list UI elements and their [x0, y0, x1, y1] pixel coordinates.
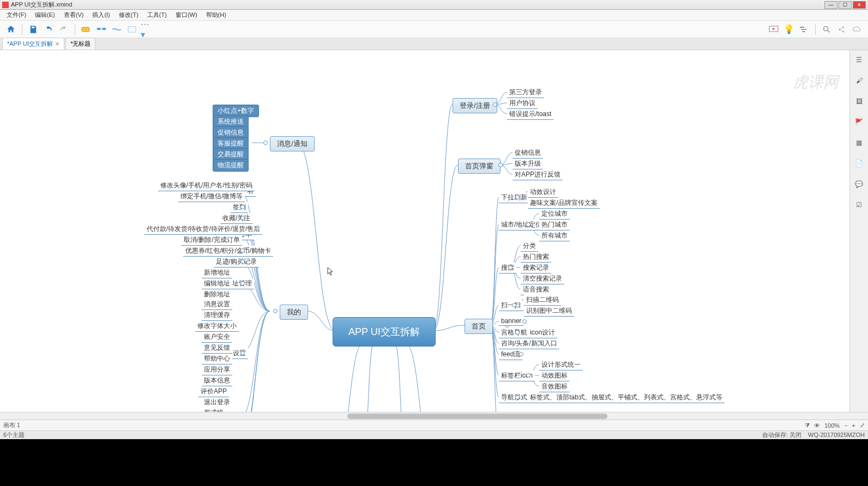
node-joint[interactable]: [240, 259, 245, 264]
mindmap-subnode[interactable]: 设置: [231, 348, 248, 359]
mindmap-leaf[interactable]: 搜索记录: [521, 263, 551, 274]
horizontal-scrollbar[interactable]: [0, 412, 868, 420]
mindmap-leaf[interactable]: 语音搜索: [521, 284, 551, 295]
present-button[interactable]: [767, 23, 780, 36]
share-button[interactable]: [835, 23, 848, 36]
gantt-button[interactable]: [798, 23, 811, 36]
menu-item[interactable]: 插入(I): [88, 11, 114, 19]
canvas[interactable]: APP UI交互拆解消息/通知小红点+数字系统推送促销信息客服提醒交易提醒物流提…: [0, 50, 849, 412]
zoom-level[interactable]: 100%: [824, 422, 840, 429]
node-joint[interactable]: [512, 303, 516, 307]
node-joint[interactable]: [537, 341, 541, 345]
mindmap-leaf[interactable]: 消息设置: [202, 299, 232, 310]
mindmap-subnode[interactable]: 导航形式: [499, 392, 529, 403]
mindmap-leaf[interactable]: 评价APP: [198, 386, 229, 397]
fit-button[interactable]: ⤢: [860, 422, 865, 429]
menu-item[interactable]: 编辑(E): [31, 11, 59, 19]
mindmap-leaf[interactable]: 版本升级: [513, 159, 543, 169]
mindmap-leaf[interactable]: 动效设计: [528, 187, 558, 198]
notes-icon[interactable]: 📄: [854, 158, 865, 169]
save-button[interactable]: [27, 23, 40, 36]
mindmap-leaf[interactable]: 趣味文案/品牌宣传文案: [528, 198, 599, 209]
node-joint[interactable]: [240, 205, 245, 209]
subtopic-button[interactable]: [95, 23, 108, 36]
document-tab[interactable]: *无标题: [65, 38, 95, 50]
mindmap-leaf[interactable]: 识别图中二维码: [524, 306, 574, 317]
node-joint[interactable]: [493, 102, 497, 107]
redo-button[interactable]: [57, 23, 70, 36]
node-joint[interactable]: [240, 248, 245, 253]
menu-item[interactable]: 修改(T): [114, 11, 143, 19]
mindmap-leaf[interactable]: 清空搜索记录: [521, 274, 564, 284]
mindmap-leaf[interactable]: icon设计: [528, 327, 557, 338]
filter-icon[interactable]: ⧩: [805, 422, 810, 429]
mindmap-subnode[interactable]: 收藏/关注: [220, 213, 252, 224]
mindmap-leaf[interactable]: 账户安全: [202, 332, 232, 343]
undo-button[interactable]: [42, 23, 55, 36]
mindmap-leaf[interactable]: 形式统一: [202, 408, 232, 412]
sheet-tab[interactable]: 画布 1: [3, 421, 20, 429]
boundary-button[interactable]: [125, 23, 138, 36]
mindmap-leaf[interactable]: 音效图标: [539, 381, 570, 392]
mindmap-leaf[interactable]: 编辑地址: [202, 278, 232, 289]
mindmap-branch[interactable]: 首页: [465, 319, 493, 334]
node-joint[interactable]: [519, 352, 523, 356]
image-icon[interactable]: 🖼: [854, 96, 865, 107]
mindmap-leaf[interactable]: 应用分享: [202, 364, 232, 375]
document-tab[interactable]: *APP UI交互拆解✕: [2, 38, 64, 50]
mindmap-leaf[interactable]: 用户协议: [507, 98, 538, 109]
node-joint[interactable]: [273, 309, 278, 313]
marker-icon[interactable]: 🚩: [854, 117, 865, 127]
mindmap-leaf[interactable]: 退出登录: [202, 397, 232, 408]
iconset-icon[interactable]: ▦: [854, 137, 865, 148]
mindmap-subnode[interactable]: 搜索: [499, 263, 516, 274]
mindmap-leaf[interactable]: 修改字体大小: [195, 321, 239, 332]
menu-item[interactable]: 帮助(H): [202, 11, 231, 19]
mindmap-leaf[interactable]: 代付款/待发货/待收货/待评价/退货/售后: [144, 224, 263, 235]
close-icon[interactable]: ✕: [55, 41, 59, 47]
cloud-button[interactable]: [851, 23, 864, 36]
mindmap-subnode[interactable]: 签到: [231, 202, 248, 213]
mindmap-subnode[interactable]: 咨询/头条/新闻入口: [499, 338, 559, 349]
node-joint[interactable]: [508, 265, 513, 270]
node-joint[interactable]: [240, 281, 245, 285]
mindmap-subnode[interactable]: 扫一扫: [499, 300, 523, 311]
menu-item[interactable]: 查看(V): [59, 11, 88, 19]
idea-button[interactable]: 💡: [782, 23, 795, 36]
mindmap-subnode[interactable]: 城市/地址定位: [499, 220, 544, 230]
task-icon[interactable]: ☑: [854, 199, 865, 210]
mindmap-leaf[interactable]: 设计形式统一: [539, 360, 583, 370]
mindmap-subnode[interactable]: 下拉刷新: [499, 192, 529, 203]
mindmap-center[interactable]: APP UI交互拆解: [333, 317, 436, 347]
mindmap-leaf[interactable]: 动效图标: [539, 370, 570, 381]
topic-button[interactable]: [80, 23, 93, 36]
close-button[interactable]: ✕: [853, 1, 866, 9]
menu-item[interactable]: 文件(F): [2, 11, 31, 19]
mindmap-leaf[interactable]: 意见反馈: [202, 343, 232, 354]
relationship-button[interactable]: [110, 23, 123, 36]
mindmap-branch[interactable]: 登录/注册: [453, 98, 497, 113]
mindmap-subnode[interactable]: 宫格导航: [499, 327, 529, 338]
mindmap-branch[interactable]: 首页弹窗: [458, 159, 501, 174]
zoom-out-button[interactable]: −: [844, 422, 847, 429]
menu-item[interactable]: 工具(T): [143, 11, 171, 19]
search-button[interactable]: [820, 23, 833, 36]
mindmap-leaf[interactable]: 错误提示/toast: [507, 109, 553, 120]
node-joint[interactable]: [240, 351, 245, 355]
mindmap-leaf[interactable]: 所有城市: [539, 230, 570, 241]
comments-icon[interactable]: 💬: [854, 179, 865, 190]
mindmap-leaf[interactable]: 热门城市: [539, 220, 570, 230]
outline-icon[interactable]: ☰: [854, 54, 865, 65]
mindmap-branch[interactable]: 消息/通知: [270, 136, 315, 151]
mindmap-branch[interactable]: 我的: [280, 305, 308, 320]
mindmap-leaf[interactable]: 促销信息: [513, 148, 543, 159]
home-button[interactable]: [4, 23, 17, 36]
node-joint[interactable]: [515, 195, 520, 199]
mindmap-leaf[interactable]: 定位城市: [539, 209, 570, 220]
node-joint[interactable]: [526, 222, 531, 227]
mindmap-leaf[interactable]: 帮助中心: [202, 354, 232, 364]
node-joint[interactable]: [498, 163, 503, 167]
view-icon[interactable]: 👁: [814, 422, 820, 429]
mindmap-subnode[interactable]: 优惠券/红包/积分/金币/购物卡: [183, 246, 273, 257]
mindmap-leaf[interactable]: 标签式、顶部tab式、抽屉式、平铺式、列表式、宫格式、悬浮式等: [528, 392, 725, 403]
